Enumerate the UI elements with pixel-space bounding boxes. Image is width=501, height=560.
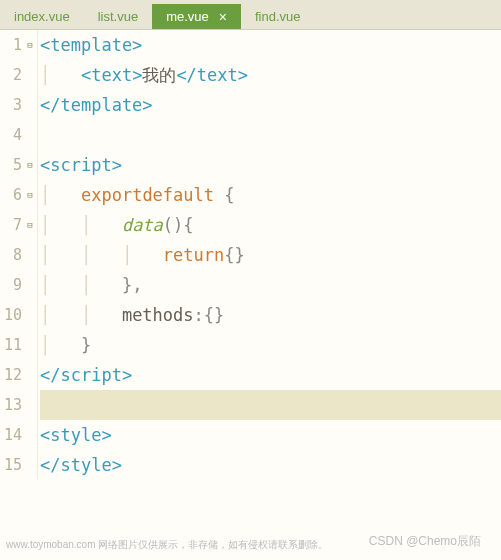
code-token: </template> bbox=[40, 95, 153, 115]
fold-icon[interactable]: ⊟ bbox=[24, 40, 36, 50]
code-token: (){ bbox=[163, 215, 194, 235]
fold-icon[interactable]: ⊟ bbox=[24, 160, 36, 170]
tab-bar: index.vue list.vue me.vue × find.vue bbox=[0, 0, 501, 30]
code-token: }, bbox=[122, 275, 142, 295]
gutter-line: 1⊟ bbox=[0, 30, 37, 60]
line-number: 2 bbox=[0, 66, 22, 84]
code-token: default bbox=[142, 185, 214, 205]
tab-index[interactable]: index.vue bbox=[0, 4, 84, 29]
gutter-line: 12 bbox=[0, 360, 37, 390]
gutter-line: 4 bbox=[0, 120, 37, 150]
line-number: 5 bbox=[0, 156, 22, 174]
line-number: 10 bbox=[0, 306, 22, 324]
line-number: 14 bbox=[0, 426, 22, 444]
gutter-line: 9 bbox=[0, 270, 37, 300]
code-area[interactable]: <template> │ <text>我的</text> </template>… bbox=[38, 30, 501, 480]
code-token: </script> bbox=[40, 365, 132, 385]
gutter-line: 11 bbox=[0, 330, 37, 360]
watermark-author: CSDN @Chemo辰陌 bbox=[369, 533, 481, 550]
code-token: <script> bbox=[40, 155, 122, 175]
line-number: 4 bbox=[0, 126, 22, 144]
line-number: 3 bbox=[0, 96, 22, 114]
code-token: <template> bbox=[40, 35, 142, 55]
line-number: 15 bbox=[0, 456, 22, 474]
fold-icon[interactable]: ⊟ bbox=[24, 190, 36, 200]
code-token: data bbox=[122, 215, 163, 235]
line-number: 1 bbox=[0, 36, 22, 54]
code-token: </text> bbox=[176, 65, 248, 85]
editor: 1⊟2345⊟6⊟7⊟89101112131415 <template> │ <… bbox=[0, 30, 501, 480]
gutter-line: 8 bbox=[0, 240, 37, 270]
code-token: export bbox=[81, 185, 142, 205]
gutter-line: 3 bbox=[0, 90, 37, 120]
watermark-footer: www.toymoban.com 网络图片仅供展示，非存储，如有侵权请联系删除。 bbox=[6, 538, 328, 552]
gutter-line: 6⊟ bbox=[0, 180, 37, 210]
code-token: return bbox=[163, 245, 224, 265]
code-token: {} bbox=[224, 245, 244, 265]
code-token: <text> bbox=[81, 65, 142, 85]
line-number: 13 bbox=[0, 396, 22, 414]
gutter-line: 14 bbox=[0, 420, 37, 450]
fold-icon[interactable]: ⊟ bbox=[24, 220, 36, 230]
code-token: :{} bbox=[194, 305, 225, 325]
tab-me[interactable]: me.vue × bbox=[152, 4, 241, 29]
gutter: 1⊟2345⊟6⊟7⊟89101112131415 bbox=[0, 30, 38, 480]
code-token: methods bbox=[122, 305, 194, 325]
code-token: 我的 bbox=[142, 64, 176, 87]
close-icon[interactable]: × bbox=[219, 9, 227, 25]
gutter-line: 7⊟ bbox=[0, 210, 37, 240]
code-token: } bbox=[81, 335, 91, 355]
line-number: 9 bbox=[0, 276, 22, 294]
gutter-line: 13 bbox=[0, 390, 37, 420]
tab-find[interactable]: find.vue bbox=[241, 4, 315, 29]
gutter-line: 10 bbox=[0, 300, 37, 330]
line-number: 8 bbox=[0, 246, 22, 264]
line-number: 6 bbox=[0, 186, 22, 204]
gutter-line: 2 bbox=[0, 60, 37, 90]
code-token: <style> bbox=[40, 425, 112, 445]
gutter-line: 5⊟ bbox=[0, 150, 37, 180]
code-token: </style> bbox=[40, 455, 122, 475]
code-token: { bbox=[214, 185, 234, 205]
gutter-line: 15 bbox=[0, 450, 37, 480]
line-number: 7 bbox=[0, 216, 22, 234]
line-number: 12 bbox=[0, 366, 22, 384]
line-number: 11 bbox=[0, 336, 22, 354]
tab-list[interactable]: list.vue bbox=[84, 4, 152, 29]
